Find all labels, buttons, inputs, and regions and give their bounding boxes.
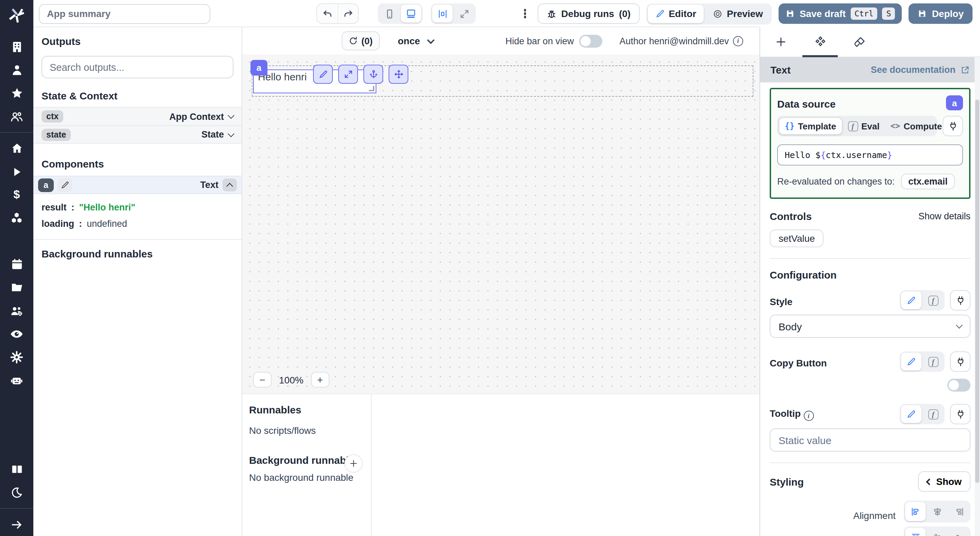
author-label: Author henri@windmill.dev [619, 36, 729, 46]
dark-mode-moon-icon[interactable] [0, 481, 33, 504]
runnables-panel: Runnables No scripts/flows Background ru… [242, 394, 759, 536]
theme-brush-tab[interactable] [849, 27, 870, 57]
favorites-star-icon[interactable] [0, 82, 33, 105]
docs-books-icon[interactable] [0, 458, 33, 481]
settings-gear-icon[interactable] [0, 345, 33, 368]
move-button[interactable] [388, 65, 408, 84]
align-right-button[interactable] [949, 502, 969, 521]
connect-plug-button[interactable] [950, 404, 970, 424]
settings-scroll-area[interactable]: Data source a {} Template f [760, 82, 980, 536]
runs-play-icon[interactable] [0, 160, 33, 183]
scrollbar-thumb[interactable] [975, 99, 979, 483]
style-select[interactable]: Body [770, 315, 970, 338]
output-key: result [41, 200, 67, 215]
more-options-kebab[interactable] [519, 4, 531, 23]
zoom-in-button[interactable]: + [311, 372, 329, 388]
center-content-button[interactable] [432, 5, 453, 22]
preview-tab[interactable]: Preview [705, 5, 770, 23]
add-component-tab[interactable] [770, 27, 791, 57]
zoom-out-button[interactable]: − [253, 372, 272, 388]
edit-pencil-button[interactable] [313, 65, 333, 84]
ai-robot-icon[interactable] [0, 368, 33, 392]
align-bottom-button[interactable] [949, 528, 969, 536]
connect-plug-button[interactable] [950, 351, 970, 372]
resources-cubes-icon[interactable] [0, 206, 33, 230]
debug-runs-button[interactable]: Debug runs (0) [537, 3, 640, 24]
component-settings-tab[interactable] [809, 27, 831, 57]
editor-tab[interactable]: Editor [648, 5, 704, 23]
eval-fn-button[interactable]: f [923, 353, 943, 370]
expand-button[interactable] [338, 65, 358, 84]
static-edit-button[interactable] [901, 353, 921, 370]
copy-button-toggle[interactable] [947, 379, 970, 392]
show-details-link[interactable]: Show details [918, 211, 970, 221]
app-canvas[interactable]: Hello henri a [242, 54, 759, 394]
refresh-app-button[interactable]: (0) [342, 31, 379, 50]
info-icon[interactable]: i [733, 36, 743, 46]
function-icon: f [848, 121, 858, 131]
deploy-button[interactable]: Deploy [909, 3, 972, 24]
windmill-logo[interactable] [8, 6, 26, 24]
align-center-h-button[interactable] [927, 502, 947, 521]
undo-button[interactable] [317, 4, 337, 23]
eval-fn-button[interactable]: f [923, 405, 943, 423]
folders-icon[interactable] [0, 276, 33, 299]
mobile-view-button[interactable] [379, 5, 399, 22]
collapse-component-button[interactable] [223, 179, 237, 191]
variables-dollar-icon[interactable]: $ [0, 183, 33, 206]
edit-component-button[interactable] [58, 178, 72, 192]
output-result-row[interactable]: result : "Hello henri" [41, 200, 234, 215]
setvalue-chip[interactable]: setValue [770, 230, 824, 247]
align-center-h-icon [932, 506, 942, 517]
run-mode-dropdown[interactable]: once [398, 35, 434, 46]
ctx-email-chip[interactable]: ctx.email [901, 174, 955, 189]
align-bottom-icon [954, 532, 964, 536]
template-tab[interactable]: {} Template [778, 117, 842, 135]
preview-label: Preview [727, 8, 763, 19]
groups-icon[interactable] [0, 105, 33, 128]
resize-handle[interactable] [369, 86, 374, 91]
fullscreen-button[interactable] [454, 5, 474, 22]
eval-fn-button[interactable]: f [923, 292, 943, 309]
static-edit-button[interactable] [901, 292, 921, 309]
align-middle-v-button[interactable] [927, 528, 947, 536]
audit-eye-icon[interactable] [0, 322, 33, 345]
schedules-calendar-icon[interactable] [0, 253, 33, 276]
anchor-button[interactable] [363, 65, 383, 84]
scrollbar[interactable] [975, 57, 980, 536]
info-icon[interactable]: i [803, 411, 814, 421]
eval-tab[interactable]: f Eval [842, 117, 885, 135]
user-icon[interactable] [0, 59, 33, 82]
component-list-item[interactable]: a Text [33, 176, 242, 194]
template-code-input[interactable]: Hello ${ctx.username} [777, 144, 963, 166]
static-edit-button[interactable] [901, 405, 921, 423]
styling-show-button[interactable]: Show [918, 471, 970, 492]
plug-icon [948, 121, 958, 131]
workspace-rail: $ [0, 0, 33, 536]
connect-plug-button[interactable] [950, 290, 970, 311]
collapse-arrow-icon[interactable] [0, 513, 33, 536]
ctx-row[interactable]: ctx App Context [33, 107, 242, 125]
save-draft-button[interactable]: Save draft Ctrl S [778, 3, 902, 24]
output-loading-row[interactable]: loading : undefined [41, 217, 234, 231]
search-outputs-input[interactable] [41, 56, 234, 78]
connect-plug-button[interactable] [943, 116, 963, 136]
workspace-icon[interactable] [0, 35, 33, 59]
hide-bar-toggle[interactable] [579, 34, 602, 47]
tooltip-input[interactable] [770, 428, 970, 451]
component-id-tab[interactable]: a [250, 60, 267, 76]
home-icon[interactable] [0, 137, 33, 160]
workers-users-gear-icon[interactable] [0, 299, 33, 322]
compute-tab[interactable]: <> Compute [885, 117, 948, 135]
add-background-runnable-button[interactable] [344, 454, 363, 473]
desktop-view-button[interactable] [401, 5, 421, 22]
app-summary-input[interactable] [39, 4, 210, 24]
redo-button[interactable] [337, 4, 358, 23]
see-documentation-link[interactable]: See documentation [871, 65, 970, 75]
compute-label: Compute [904, 121, 942, 131]
runnables-title: Runnables [249, 404, 371, 415]
state-row[interactable]: state State [33, 125, 242, 144]
align-left-button[interactable] [905, 502, 926, 521]
colon: : [72, 200, 75, 215]
align-top-button[interactable] [905, 528, 926, 536]
